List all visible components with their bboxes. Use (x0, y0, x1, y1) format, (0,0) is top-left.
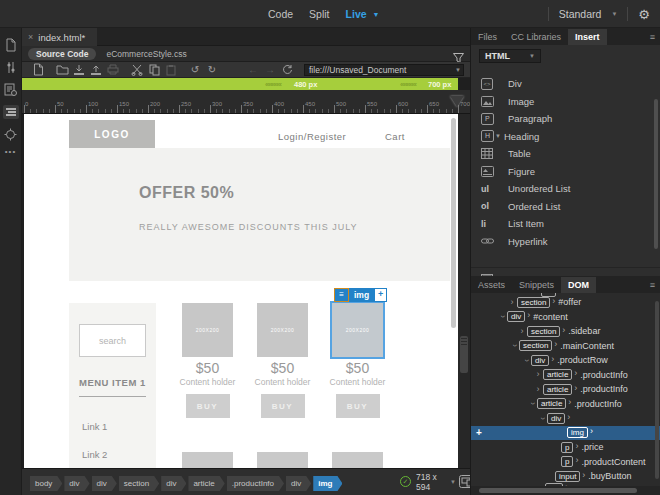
css-file-link[interactable]: eCommerceStyle.css (106, 49, 186, 59)
expand-icon[interactable] (533, 370, 543, 379)
expand-icon[interactable] (517, 327, 527, 336)
window-size-bar[interactable]: ««««« 480 px ««««« 700 px (22, 78, 458, 90)
tag-chip[interactable]: div (286, 476, 311, 491)
dom-row-article-productinfo-3[interactable]: article .productInfo (471, 397, 660, 412)
tab-cc-libraries[interactable]: CC Libraries (504, 29, 568, 45)
source-code-button[interactable]: Source Code (28, 48, 96, 60)
refresh-icon[interactable] (279, 63, 295, 77)
get-file-icon[interactable] (71, 63, 87, 77)
open-file-icon[interactable] (54, 63, 70, 77)
element-add-button[interactable]: + (374, 288, 387, 302)
buy-button[interactable]: BUY (336, 394, 380, 418)
dom-vertical-scrollbar[interactable] (655, 301, 659, 479)
new-file-icon[interactable] (30, 63, 46, 77)
tab-snippets[interactable]: Snippets (512, 277, 561, 293)
tag-chip-active[interactable]: img (313, 476, 342, 491)
collapse-icon[interactable] (537, 414, 547, 423)
dom-row-article-productinfo-1[interactable]: article .productInfo (471, 368, 660, 383)
workspace-dropdown-icon[interactable]: ▼ (611, 11, 617, 17)
insert-item-table[interactable]: Table (471, 145, 657, 162)
tag-chip[interactable]: .productInfo (227, 476, 284, 491)
dom-row-section-sidebar[interactable]: section .sidebar (471, 324, 660, 339)
tag-chip[interactable]: div (92, 476, 117, 491)
window-size-selector[interactable]: 718 x 594 ▼ (416, 474, 456, 489)
expand-icon[interactable] (533, 385, 543, 394)
close-tab-icon[interactable]: × (28, 32, 33, 42)
dom-row-img-selected[interactable]: + img (471, 426, 660, 441)
expand-icon[interactable] (507, 298, 517, 307)
copy-icon[interactable] (146, 63, 162, 77)
insert-category-select[interactable]: HTML ▼ (479, 49, 541, 63)
tab-files[interactable]: Files (471, 29, 504, 45)
url-dropdown-icon[interactable]: ▼ (455, 67, 461, 73)
collapse-icon[interactable] (527, 399, 537, 408)
put-file-icon[interactable] (88, 63, 104, 77)
live-dropdown-icon[interactable]: ▼ (373, 11, 380, 18)
login-register-link[interactable]: Login/Register (278, 131, 346, 142)
insert-item-image[interactable]: Image (471, 93, 657, 110)
gutter-scrollbar[interactable] (460, 336, 468, 373)
selected-product-image[interactable]: 200X200 (332, 303, 383, 357)
element-menu-icon[interactable]: ≡ (334, 288, 349, 302)
buy-button[interactable]: BUY (186, 394, 230, 418)
product-image-placeholder[interactable]: 200X200 (257, 303, 308, 357)
target-icon[interactable] (4, 128, 17, 141)
insert-item-figure[interactable]: Figure (471, 163, 657, 180)
tag-chip[interactable]: div (161, 476, 186, 491)
product-image-placeholder[interactable]: 200X200 (182, 303, 233, 357)
collapse-icon[interactable] (497, 312, 507, 321)
sidebar-link-1[interactable]: Link 1 (82, 421, 107, 432)
tab-assets[interactable]: Assets (471, 277, 512, 293)
cart-link[interactable]: Cart (385, 131, 405, 142)
address-bar[interactable]: file:///Unsaved_Document ▼ (304, 64, 464, 76)
cut-icon[interactable] (129, 63, 145, 77)
insert-item-unordered-list[interactable]: ul Unordered List (471, 180, 657, 197)
insert-item-paragraph[interactable]: P Paragraph (471, 110, 657, 127)
tag-chip[interactable]: div (64, 476, 89, 491)
panel-menu-icon[interactable]: ≡ (650, 32, 655, 42)
element-tag-label[interactable]: img (349, 288, 374, 302)
code-view-button[interactable]: Code (268, 8, 293, 20)
search-input[interactable] (79, 324, 146, 357)
heading-dropdown-icon[interactable]: ▼ (495, 133, 501, 139)
insert-item-ordered-list[interactable]: ol Ordered List (471, 198, 657, 215)
document-tab[interactable]: × index.html* (22, 28, 97, 46)
more-tools-icon[interactable]: ••• (5, 150, 16, 154)
tab-dom[interactable]: DOM (561, 277, 596, 293)
sidebar-link-2[interactable]: Link 2 (82, 449, 107, 460)
insert-item-heading[interactable]: H ▼ Heading (471, 128, 657, 145)
window-size-dropdown-icon[interactable]: ▼ (450, 479, 456, 485)
canvas-vertical-scrollbar[interactable] (451, 118, 456, 328)
workspace-selector[interactable]: Standard (559, 8, 602, 20)
collapse-icon[interactable] (509, 341, 519, 350)
buy-button[interactable]: BUY (261, 394, 305, 418)
workspace-gear-icon[interactable]: ⚙ (638, 8, 650, 21)
dom-horizontal-scrollbar[interactable] (471, 486, 660, 495)
dom-row-div-content[interactable]: div #content (471, 310, 660, 325)
tag-chip[interactable]: section (119, 476, 159, 491)
insert-before-icon[interactable]: + (476, 427, 482, 438)
dom-row-section-maincontent[interactable]: section .mainContent (471, 339, 660, 354)
dom-row-div-productrow[interactable]: div .productRow (471, 353, 660, 368)
insert-panel-scrollbar[interactable] (654, 99, 658, 249)
panel-menu-icon[interactable]: ≡ (650, 280, 655, 290)
file-icon[interactable] (5, 38, 17, 52)
undo-icon[interactable]: ↺ (187, 63, 203, 77)
collapse-icon[interactable] (521, 356, 531, 365)
site-logo[interactable]: LOGO (69, 120, 155, 148)
live-view-canvas[interactable]: LOGO Login/Register Cart OFFER 50% REALL… (24, 114, 458, 468)
extensions-icon[interactable] (5, 61, 17, 74)
tag-chip[interactable]: body (30, 476, 62, 491)
insert-item-hyperlink[interactable]: Hyperlink (471, 233, 657, 250)
insert-item-div[interactable]: <> Div (471, 75, 657, 92)
dom-row-div[interactable]: div (471, 411, 660, 426)
dom-row-p-productcontent[interactable]: p .productContent (471, 455, 660, 470)
split-view-button[interactable]: Split (309, 8, 329, 20)
insert-item-list-item[interactable]: li List Item (471, 215, 657, 232)
snippets-doc-icon[interactable] (4, 83, 17, 96)
ruler-position-marker[interactable] (450, 96, 464, 107)
dom-panel-icon[interactable] (3, 105, 19, 119)
tab-insert[interactable]: Insert (568, 29, 607, 45)
live-view-button[interactable]: Live (346, 8, 367, 20)
dom-row-section-offer[interactable]: section #offer (471, 295, 660, 310)
